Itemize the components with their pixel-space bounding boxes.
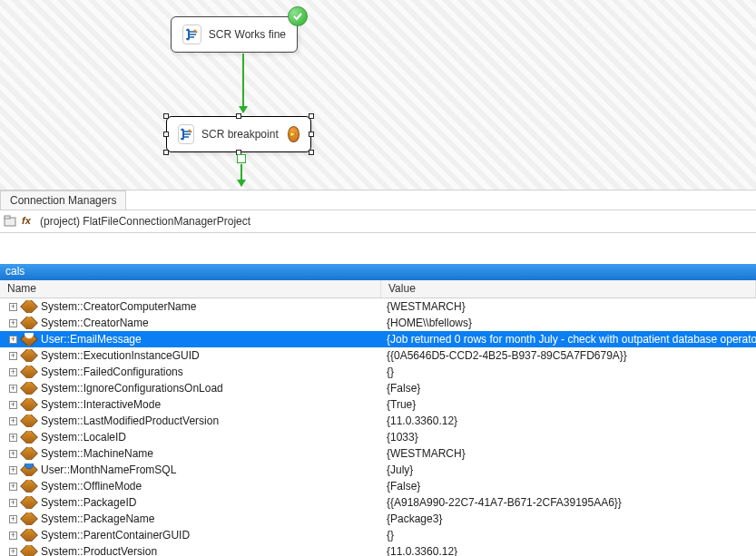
system-variable-icon (20, 398, 38, 411)
task-scr-works-fine[interactable]: SCR Works fine (171, 16, 298, 53)
variable-name: System::InteractiveMode (41, 398, 161, 411)
locals-row[interactable]: +System::ExecutionInstanceGUID{{0A5646D5… (0, 347, 756, 364)
expander-icon[interactable]: + (9, 483, 17, 491)
variable-value: {1033} (381, 431, 756, 444)
breadcrumb-text: (project) FlatFileConnectionManagerProje… (40, 215, 250, 228)
variable-value: {WESTMARCH} (381, 447, 756, 460)
expander-icon[interactable]: + (9, 532, 17, 540)
variable-name-cell: +System::CreatorComputerName (0, 300, 381, 313)
variable-name-cell: +System::PackageID (0, 496, 381, 509)
locals-row[interactable]: +System::CreatorName{HOME\\bfellows} (0, 315, 756, 331)
expander-icon[interactable]: + (9, 303, 17, 311)
variable-name: System::MachineName (41, 447, 153, 460)
expander-icon[interactable]: + (9, 466, 17, 474)
variable-name: System::OfflineMode (41, 480, 142, 493)
locals-row[interactable]: +System::ProductVersion{11.0.3360.12} (0, 543, 756, 556)
variable-value: {Job returned 0 rows for month July - ch… (381, 333, 756, 346)
locals-row[interactable]: +System::ParentContainerGUID{} (0, 527, 756, 543)
variable-name: System::ParentContainerGUID (41, 529, 190, 541)
variable-name: System::ExecutionInstanceGUID (41, 349, 200, 362)
variable-value: {False} (381, 382, 756, 395)
variable-name: System::LocaleID (41, 431, 126, 444)
locals-row[interactable]: +User::EmailMessage{Job returned 0 rows … (0, 331, 756, 347)
locals-row[interactable]: +System::LocaleID{1033} (0, 429, 756, 445)
locals-row[interactable]: +System::PackageName{Package3} (0, 511, 756, 527)
locals-row[interactable]: +System::LastModifiedProductVersion{11.0… (0, 413, 756, 429)
expander-icon[interactable]: + (9, 417, 17, 425)
precedence-constraint-arrow[interactable] (242, 54, 244, 112)
expander-icon[interactable]: + (9, 336, 17, 344)
column-header-value[interactable]: Value (381, 280, 756, 298)
system-variable-icon (20, 431, 38, 444)
variable-name-cell: +System::LastModifiedProductVersion (0, 415, 381, 427)
ssis-design-canvas[interactable]: SCR Works fine SCR breakpoint (0, 0, 756, 190)
variable-name: User::EmailMessage (41, 333, 142, 346)
variable-value: {{0A5646D5-CCD2-4B25-B937-89C5A7FD679A}} (381, 349, 756, 362)
variable-value: {HOME\\bfellows} (381, 317, 756, 329)
system-variable-icon (20, 349, 38, 362)
variable-name-cell: +System::ExecutionInstanceGUID (0, 349, 381, 362)
script-task-icon (178, 124, 194, 144)
variable-name: System::CreatorName (41, 317, 149, 329)
variable-name-cell: +System::ProductVersion (0, 545, 381, 556)
variable-name-cell: +System::PackageName (0, 512, 381, 525)
expander-icon[interactable]: + (9, 368, 17, 376)
locals-row[interactable]: +System::OfflineMode{False} (0, 478, 756, 494)
precedence-constraint-arrow[interactable] (241, 164, 242, 186)
locals-row[interactable]: +System::InteractiveMode{True} (0, 396, 756, 413)
tab-connection-managers[interactable]: Connection Managers (0, 190, 126, 210)
bottom-tab-bar: Connection Managers (0, 190, 756, 210)
variable-name-cell: +System::OfflineMode (0, 480, 381, 493)
variable-name-cell: +System::IgnoreConfigurationsOnLoad (0, 382, 381, 395)
locals-row[interactable]: +System::FailedConfigurations{} (0, 364, 756, 380)
locals-row[interactable]: +System::PackageID{{A918A990-22C7-41A7-B… (0, 494, 756, 511)
variable-value: {11.0.3360.12} (381, 415, 756, 427)
variable-value: {WESTMARCH} (381, 300, 756, 313)
locals-grid-header: Name Value (0, 280, 756, 298)
expander-icon[interactable]: + (9, 401, 17, 409)
expander-icon[interactable]: + (9, 434, 17, 442)
variable-name-cell: +System::InteractiveMode (0, 398, 381, 411)
locals-row[interactable]: +System::CreatorComputerName{WESTMARCH} (0, 298, 756, 315)
variable-value: {Package3} (381, 512, 756, 525)
expander-icon[interactable]: + (9, 499, 17, 507)
task-scr-breakpoint[interactable]: SCR breakpoint (166, 116, 311, 152)
system-variable-icon (20, 512, 38, 525)
system-variable-icon (20, 545, 38, 556)
system-variable-icon (20, 382, 38, 395)
locals-grid-body: +System::CreatorComputerName{WESTMARCH}+… (0, 298, 756, 556)
expander-icon[interactable]: + (9, 515, 17, 523)
expander-icon[interactable]: + (9, 352, 17, 360)
variable-name-cell: +System::FailedConfigurations (0, 366, 381, 378)
expander-icon[interactable]: + (9, 385, 17, 393)
user-variable-icon (20, 333, 38, 346)
variable-name-cell: +System::CreatorName (0, 317, 381, 329)
system-variable-icon (20, 529, 38, 541)
locals-panel-title: cals (0, 264, 756, 280)
variable-value: {11.0.3360.12} (381, 545, 756, 556)
variable-name-cell: +User::EmailMessage (0, 333, 381, 346)
locals-row[interactable]: +System::MachineName{WESTMARCH} (0, 445, 756, 462)
breakpoint-badge-icon (288, 126, 299, 142)
locals-row[interactable]: +System::IgnoreConfigurationsOnLoad{Fals… (0, 380, 756, 396)
connector-stub-icon (237, 154, 246, 163)
expander-icon[interactable]: + (9, 548, 17, 556)
project-icon (4, 215, 16, 228)
fx-icon: fx (22, 215, 34, 228)
variable-name-cell: +System::ParentContainerGUID (0, 529, 381, 541)
expander-icon[interactable]: + (9, 450, 17, 458)
variable-name: System::LastModifiedProductVersion (41, 415, 219, 427)
expander-icon[interactable]: + (9, 319, 17, 327)
column-header-name[interactable]: Name (0, 280, 381, 298)
task-label: SCR breakpoint (201, 128, 279, 141)
success-badge-icon (288, 6, 308, 26)
variable-name-cell: +System::LocaleID (0, 431, 381, 444)
variable-name: System::IgnoreConfigurationsOnLoad (41, 382, 223, 395)
variable-value: {False} (381, 480, 756, 493)
variable-value: {July} (381, 463, 756, 476)
system-variable-icon (20, 300, 38, 313)
connection-manager-toolbar: fx (project) FlatFileConnectionManagerPr… (0, 210, 756, 233)
locals-row[interactable]: +User::MonthNameFromSQL{July} (0, 462, 756, 478)
system-variable-icon (20, 415, 38, 427)
variable-name: User::MonthNameFromSQL (41, 463, 176, 476)
